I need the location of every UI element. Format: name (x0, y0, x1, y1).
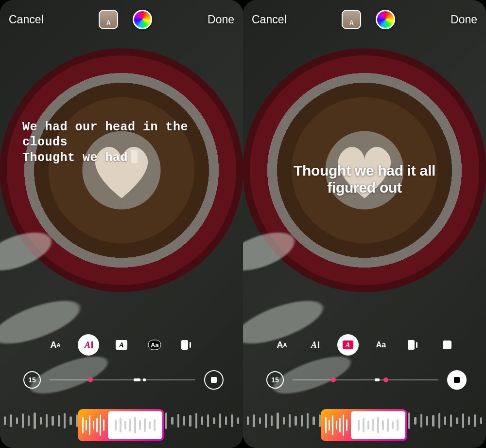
wave-bar (69, 416, 71, 425)
lyric-overlay[interactable]: We had our head in the clouds Thought we… (22, 120, 221, 165)
wave-bar (450, 414, 452, 427)
stop-icon (211, 377, 217, 383)
wave-bar (213, 417, 215, 424)
clip-block (351, 411, 405, 439)
wave-bar (22, 413, 24, 428)
style-square-filled-button[interactable] (403, 334, 425, 356)
wave-bar (271, 415, 273, 426)
clip-wave-icon (80, 411, 107, 439)
color-wheel-icon[interactable] (376, 10, 395, 29)
wave-bar (289, 414, 291, 428)
wave-bar (52, 416, 53, 426)
wave-bar (253, 414, 255, 427)
duration-row: 15 (243, 370, 486, 390)
wave-bar (283, 417, 285, 425)
wave-bar (265, 413, 267, 428)
timeline-track[interactable] (293, 379, 438, 381)
wave-bar (259, 417, 261, 424)
track-marker-icon (143, 378, 146, 381)
wave-bar (46, 414, 48, 428)
wave-bar (219, 413, 221, 428)
play-pause-button[interactable] (447, 370, 467, 390)
wave-bar (195, 413, 197, 429)
duration-row: 15 (0, 370, 243, 390)
wave-bar (312, 416, 314, 425)
wave-bar (462, 413, 464, 428)
svg-rect-1 (91, 341, 93, 348)
lyric-line: Thought we had (22, 151, 128, 165)
svg-text:A: A (311, 340, 317, 350)
style-square-outline-button[interactable] (436, 334, 458, 356)
wave-bar (247, 416, 249, 425)
done-button[interactable]: Done (449, 8, 479, 31)
svg-rect-7 (190, 342, 191, 348)
wave-bar (420, 414, 422, 428)
wave-bar (408, 412, 410, 429)
svg-rect-6 (181, 340, 188, 350)
style-serifbox-button[interactable]: A (337, 334, 359, 356)
track-marker-icon (134, 378, 140, 381)
wave-bar (165, 412, 167, 429)
lyric-line: Thought we had it all (294, 162, 435, 179)
style-typewriter-button[interactable]: A (78, 334, 99, 356)
svg-text:A: A (345, 341, 350, 349)
timeline-track[interactable] (50, 379, 195, 381)
style-dynamic-button[interactable]: AA (45, 334, 66, 356)
style-classic-button[interactable]: Aa (370, 334, 392, 356)
color-wheel-icon[interactable] (133, 10, 152, 29)
wave-bar (307, 413, 309, 429)
text-color-chip[interactable]: A (342, 10, 361, 29)
lyric-line: We had our head in the (22, 120, 188, 134)
top-bar: Cancel A Done (243, 0, 486, 39)
lyric-style-picker: AA A A Aa (243, 334, 486, 356)
clip-block (108, 411, 162, 439)
wave-bar (4, 416, 6, 425)
wave-bar (207, 414, 209, 427)
wave-bar (468, 416, 470, 425)
wave-bar (177, 414, 179, 428)
stop-icon (454, 377, 460, 383)
style-classic-button[interactable]: Aa (144, 334, 165, 356)
story-music-editor-screen: Cancel A Done Thought we had it all figu… (243, 0, 486, 448)
wave-bar (34, 412, 35, 429)
clip-duration-button[interactable]: 15 (266, 371, 284, 389)
wave-bar (225, 416, 227, 425)
wave-bar (480, 417, 482, 424)
text-cursor-icon (131, 150, 138, 163)
wave-bar (237, 417, 239, 424)
wave-bar (295, 416, 296, 426)
style-square-button[interactable] (177, 334, 198, 356)
track-marker-icon (375, 378, 380, 381)
wave-bar (16, 417, 18, 424)
wave-bar (28, 415, 30, 426)
svg-rect-14 (443, 340, 451, 349)
lyric-line: figured out (327, 179, 401, 196)
clip-wave-icon (323, 411, 350, 439)
style-dynamic-button[interactable]: AA (271, 334, 293, 356)
style-serifbox-button[interactable]: A (111, 334, 132, 356)
top-bar: Cancel A Done (0, 0, 243, 39)
wave-bar (414, 417, 416, 425)
wave-bar (474, 414, 476, 427)
audio-clip-selection[interactable] (321, 409, 407, 441)
wave-bar (40, 417, 42, 425)
clip-duration-button[interactable]: 15 (23, 371, 41, 389)
cancel-button[interactable]: Cancel (7, 8, 46, 31)
done-button[interactable]: Done (206, 8, 236, 31)
wave-bar (277, 412, 278, 429)
play-pause-button[interactable] (204, 370, 224, 390)
wave-bar (426, 416, 428, 426)
wave-bar (444, 416, 446, 425)
style-typewriter-button[interactable]: A (304, 334, 326, 356)
audio-clip-selection[interactable] (78, 409, 164, 441)
svg-text:Aa: Aa (151, 341, 159, 349)
wave-bar (183, 416, 185, 426)
wave-bar (301, 415, 303, 427)
lyric-overlay[interactable]: Thought we had it all figured out (258, 162, 471, 196)
text-color-chip[interactable]: A (99, 10, 118, 29)
wave-bar (64, 413, 66, 429)
svg-text:A: A (84, 340, 90, 350)
cancel-button[interactable]: Cancel (250, 8, 289, 31)
svg-text:A: A (119, 341, 124, 349)
track-marker-icon (88, 377, 93, 382)
